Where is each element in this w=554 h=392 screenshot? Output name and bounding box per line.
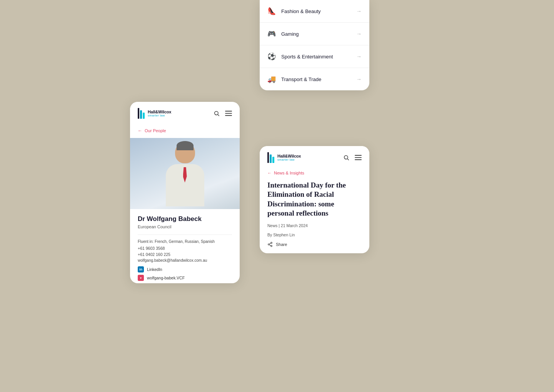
sports-label: Sports & Entertainment — [281, 54, 333, 60]
article-title: International Day for the Elimination of… — [260, 181, 369, 223]
logo-text: Hall&Wilcox smarter law — [148, 110, 171, 118]
article-author: By Stephen Lin — [260, 233, 369, 242]
logo: Hall&Wilcox smarter law — [138, 108, 171, 119]
vcf-icon: ▼ — [138, 275, 144, 281]
menu-item-gaming[interactable]: 🎮 Gaming → — [260, 23, 369, 45]
profile-photo — [130, 138, 240, 209]
article-meta: News | 21 March 2024 — [260, 223, 369, 233]
profile-card-header: Hall&Wilcox smarter law — [130, 102, 240, 125]
profile-card: Hall&Wilcox smarter law ← Our People — [130, 102, 240, 283]
logo-2: Hall&Wilcox smarter law — [267, 152, 301, 163]
article-card: Hall&Wilcox smarter law ← News & Insight… — [260, 146, 369, 253]
article-breadcrumb[interactable]: ← News & Insights — [260, 169, 369, 181]
article-breadcrumb-label: News & Insights — [274, 171, 304, 175]
menu-button-2[interactable] — [355, 155, 362, 160]
person-name: Dr Wolfgang Babeck — [138, 215, 232, 223]
person-hair — [177, 141, 194, 150]
svg-rect-2 — [225, 111, 232, 111]
vcf-label: wolfgang-babek.VCF — [147, 276, 185, 280]
share-label: Share — [276, 242, 287, 247]
fashion-arrow-icon: → — [356, 8, 362, 14]
hamburger-icon-2 — [355, 155, 362, 160]
logo-bar-blue2-2 — [272, 157, 274, 163]
menu-item-left: 🎮 Gaming — [267, 30, 299, 38]
person-title: European Council — [138, 224, 232, 229]
svg-line-13 — [269, 245, 271, 246]
search-icon — [214, 110, 220, 116]
search-button[interactable] — [214, 110, 220, 116]
logo-bar-blue1-2 — [270, 154, 272, 163]
back-arrow-icon: ← — [138, 128, 142, 133]
svg-rect-4 — [225, 115, 232, 116]
svg-line-14 — [269, 243, 271, 244]
article-card-header: Hall&Wilcox smarter law — [260, 146, 369, 169]
person-figure — [160, 142, 210, 209]
linkedin-label: LinkedIn — [147, 267, 162, 272]
svg-point-10 — [271, 242, 272, 244]
svg-point-12 — [271, 246, 272, 247]
logo-bar-blue2 — [143, 113, 145, 119]
svg-point-0 — [215, 111, 218, 115]
brand-tagline-2: smarter law — [277, 158, 301, 162]
logo-bar-dark-2 — [267, 152, 269, 163]
share-icon — [267, 242, 273, 247]
menu-button[interactable] — [225, 111, 232, 116]
menu-item-fashion[interactable]: 👠 Fashion & Beauty → — [260, 0, 369, 23]
transport-arrow-icon: → — [356, 76, 362, 82]
menu-card: 👠 Fashion & Beauty → 🎮 Gaming → ⚽ Sports… — [260, 0, 369, 90]
person-head — [175, 142, 195, 163]
logo-icon-2 — [267, 152, 274, 163]
menu-item-sports[interactable]: ⚽ Sports & Entertainment → — [260, 45, 369, 68]
gaming-icon: 🎮 — [267, 30, 276, 38]
breadcrumb[interactable]: ← Our People — [130, 125, 240, 138]
brand-name: Hall&Wilcox — [148, 110, 171, 114]
email[interactable]: wolfgang.babeck@hallandwilcox.com.au — [138, 258, 232, 262]
sports-arrow-icon: → — [356, 53, 362, 60]
share-row[interactable]: Share — [260, 242, 369, 247]
back-arrow-icon-2: ← — [267, 171, 272, 175]
svg-line-6 — [347, 159, 349, 160]
fashion-icon: 👠 — [267, 7, 276, 15]
vcf-row[interactable]: ▼ wolfgang-babek.VCF — [138, 275, 232, 281]
menu-item-transport[interactable]: 🚚 Transport & Trade → — [260, 68, 369, 90]
transport-label: Transport & Trade — [281, 76, 321, 82]
fashion-label: Fashion & Beauty — [281, 8, 321, 14]
gaming-label: Gaming — [281, 31, 299, 37]
transport-icon: 🚚 — [267, 75, 276, 83]
languages: Fluent in: French, German, Russian, Span… — [138, 239, 232, 244]
menu-item-left: 👠 Fashion & Beauty — [267, 7, 321, 15]
hamburger-icon — [225, 111, 232, 116]
gaming-arrow-icon: → — [356, 31, 362, 37]
person-tie — [183, 167, 187, 183]
breadcrumb-label: Our People — [145, 128, 166, 133]
menu-item-left: ⚽ Sports & Entertainment — [267, 52, 333, 61]
person-body — [166, 164, 204, 206]
svg-point-11 — [268, 244, 270, 246]
linkedin-row[interactable]: in LinkedIn — [138, 266, 232, 272]
divider — [138, 234, 232, 235]
header-icons — [214, 110, 232, 116]
brand-name-2: Hall&Wilcox — [277, 154, 301, 158]
logo-text-2: Hall&Wilcox smarter law — [277, 154, 301, 162]
header-icons-2 — [343, 154, 362, 161]
logo-icon — [138, 108, 145, 119]
profile-info: Dr Wolfgang Babeck European Council Flue… — [130, 209, 240, 281]
linkedin-icon: in — [138, 266, 144, 272]
search-button-2[interactable] — [343, 154, 349, 161]
brand-tagline: smarter law — [148, 114, 171, 118]
svg-point-5 — [344, 156, 348, 159]
svg-rect-8 — [355, 157, 362, 158]
svg-line-1 — [218, 115, 219, 116]
phone1[interactable]: +61 9603 3568 — [138, 246, 232, 251]
phone2[interactable]: +61 0402 160 225 — [138, 252, 232, 257]
logo-bar-blue1 — [140, 110, 142, 119]
svg-rect-3 — [225, 113, 232, 114]
search-icon-2 — [343, 154, 349, 161]
menu-item-left: 🚚 Transport & Trade — [267, 75, 321, 83]
svg-rect-7 — [355, 155, 362, 156]
svg-rect-9 — [355, 159, 362, 160]
sports-icon: ⚽ — [267, 52, 276, 61]
logo-bar-dark — [138, 108, 139, 119]
